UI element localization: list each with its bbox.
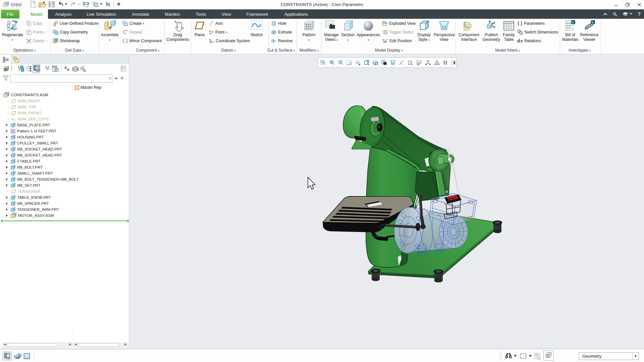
svg-text:x: x [387, 38, 388, 40]
svg-text:i: i [573, 20, 574, 24]
svg-text:d: d [517, 38, 520, 44]
svg-text:y: y [384, 39, 385, 41]
svg-text:i: i [592, 20, 593, 24]
